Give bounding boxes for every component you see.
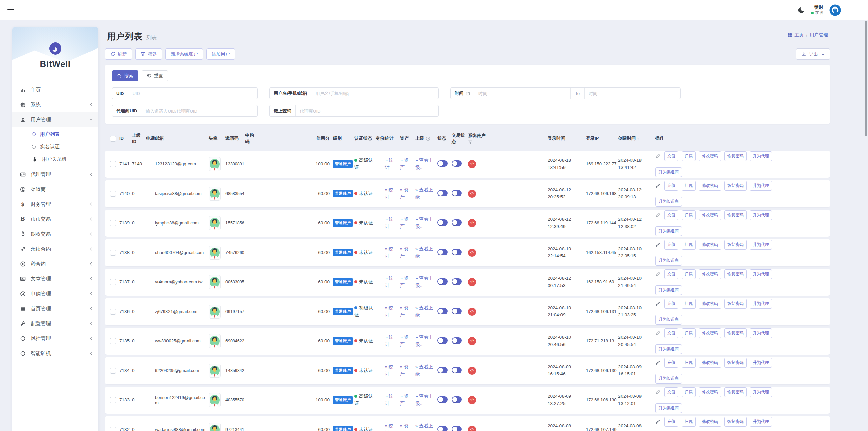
stats-link[interactable]: » 统计 — [385, 275, 396, 289]
avatar[interactable] — [209, 423, 221, 431]
restore-password-button[interactable]: 恢复密码 — [724, 299, 747, 309]
assets-link[interactable]: » 资产 — [400, 364, 412, 377]
sidebar-item-option-trade[interactable]: 期权交易 — [12, 227, 98, 241]
row-checkbox[interactable] — [110, 161, 116, 167]
edit-pencil-icon[interactable] — [655, 301, 660, 306]
status-toggle[interactable] — [437, 426, 448, 431]
view-parent-link[interactable]: » 查看上级... — [415, 246, 436, 259]
add-user-button[interactable]: 添加用户 — [206, 48, 235, 60]
edit-pencil-icon[interactable] — [655, 272, 660, 277]
sidebar-item-article-management[interactable]: 文章管理 — [12, 271, 98, 286]
avatar[interactable] — [209, 334, 221, 348]
stats-link[interactable]: » 统计 — [385, 393, 396, 407]
recharge-button[interactable]: 充值 — [664, 387, 678, 397]
avatar[interactable] — [209, 216, 221, 230]
promote-channel-button[interactable]: 升为渠道商 — [655, 256, 682, 266]
change-password-button[interactable]: 修改密码 — [699, 417, 721, 427]
sidebar-item-config-management[interactable]: 配置管理 — [12, 316, 98, 331]
avatar[interactable] — [209, 393, 221, 407]
promote-agent-button[interactable]: 升为代理 — [750, 210, 772, 220]
change-password-button[interactable]: 修改密码 — [699, 358, 721, 368]
promote-agent-button[interactable]: 升为代理 — [750, 181, 772, 191]
sidebar-item-smart-miner[interactable]: 智能矿机 — [12, 346, 98, 361]
time-to-input[interactable] — [585, 91, 680, 96]
stats-link[interactable]: » 统计 — [385, 157, 396, 171]
restore-password-button[interactable]: 恢复密码 — [724, 417, 747, 427]
system-account-badge[interactable]: 否 — [468, 160, 476, 168]
attribution-button[interactable]: 归属 — [682, 181, 696, 191]
stats-link[interactable]: » 统计 — [385, 216, 396, 230]
promote-agent-button[interactable]: 升为代理 — [750, 151, 772, 161]
view-parent-link[interactable]: » 查看上级... — [415, 216, 436, 230]
sidebar-item-finance-management[interactable]: $财务管理 — [12, 197, 98, 212]
edit-pencil-icon[interactable] — [655, 360, 660, 365]
trade-status-toggle[interactable] — [452, 249, 462, 255]
column-filter-funnel-icon[interactable] — [468, 140, 472, 144]
sidebar-item-homepage-management[interactable]: 首页管理 — [12, 301, 98, 316]
dark-mode-moon-icon[interactable] — [797, 6, 805, 14]
attribution-button[interactable]: 归属 — [682, 417, 696, 427]
stats-link[interactable]: » 统计 — [385, 423, 396, 431]
recharge-button[interactable]: 充值 — [664, 328, 678, 338]
status-toggle[interactable] — [437, 337, 448, 344]
row-checkbox[interactable] — [110, 397, 116, 403]
trade-status-toggle[interactable] — [452, 190, 462, 196]
assets-link[interactable]: » 资产 — [400, 423, 412, 431]
row-checkbox[interactable] — [110, 338, 116, 344]
assets-link[interactable]: » 资产 — [400, 305, 412, 318]
recharge-button[interactable]: 充值 — [664, 151, 678, 161]
promote-agent-button[interactable]: 升为代理 — [750, 299, 772, 309]
vertical-scrollbar-thumb[interactable] — [865, 21, 867, 136]
edit-pencil-icon[interactable] — [655, 419, 660, 424]
change-password-button[interactable]: 修改密码 — [699, 210, 721, 220]
change-password-button[interactable]: 修改密码 — [699, 299, 721, 309]
avatar[interactable] — [209, 157, 221, 171]
trade-status-toggle[interactable] — [452, 337, 462, 344]
uid-input[interactable] — [128, 91, 257, 96]
trade-status-toggle[interactable] — [452, 367, 462, 373]
stats-link[interactable]: » 统计 — [385, 246, 396, 259]
attribution-button[interactable]: 归属 — [682, 328, 696, 338]
edit-pencil-icon[interactable] — [655, 242, 660, 247]
export-button[interactable]: 导出 — [796, 48, 830, 60]
sidebar-item-user-tree[interactable]: 用户关系树 — [12, 153, 98, 165]
sidebar-item-spot-trade[interactable]: B币币交易 — [12, 212, 98, 227]
system-account-badge[interactable]: 否 — [468, 426, 476, 431]
add-system-account-button[interactable]: 新增系统账户 — [165, 48, 203, 60]
breadcrumb-home[interactable]: 主页 — [794, 32, 804, 38]
view-parent-link[interactable]: » 查看上级... — [415, 423, 436, 431]
view-parent-link[interactable]: » 查看上级... — [415, 275, 436, 289]
edit-pencil-icon[interactable] — [655, 331, 660, 336]
promote-channel-button[interactable]: 升为渠道商 — [655, 167, 682, 177]
recharge-button[interactable]: 充值 — [664, 181, 678, 191]
sidebar-item-agent-management[interactable]: 代理管理 — [12, 167, 98, 182]
restore-password-button[interactable]: 恢复密码 — [724, 328, 747, 338]
promote-channel-button[interactable]: 升为渠道商 — [655, 374, 682, 384]
attribution-button[interactable]: 归属 — [682, 269, 696, 279]
filter-button[interactable]: 筛选 — [135, 48, 162, 60]
row-checkbox[interactable] — [110, 309, 116, 315]
stats-link[interactable]: » 统计 — [385, 187, 396, 200]
promote-agent-button[interactable]: 升为代理 — [750, 387, 772, 397]
status-toggle[interactable] — [437, 308, 448, 314]
change-password-button[interactable]: 修改密码 — [699, 328, 721, 338]
attribution-button[interactable]: 归属 — [682, 151, 696, 161]
restore-password-button[interactable]: 恢复密码 — [724, 240, 747, 250]
restore-password-button[interactable]: 恢复密码 — [724, 181, 747, 191]
system-account-badge[interactable]: 否 — [468, 278, 476, 286]
account-input[interactable] — [311, 91, 438, 96]
edit-pencil-icon[interactable] — [655, 390, 660, 395]
avatar[interactable] — [209, 187, 221, 201]
change-password-button[interactable]: 修改密码 — [699, 151, 721, 161]
recharge-button[interactable]: 充值 — [664, 417, 678, 427]
system-account-badge[interactable]: 否 — [468, 396, 476, 404]
status-toggle[interactable] — [437, 249, 448, 255]
row-checkbox[interactable] — [110, 368, 116, 374]
stats-link[interactable]: » 统计 — [385, 334, 396, 348]
avatar[interactable] — [209, 364, 221, 378]
attribution-button[interactable]: 归属 — [682, 210, 696, 220]
row-checkbox[interactable] — [110, 220, 116, 226]
restore-password-button[interactable]: 恢复密码 — [724, 151, 747, 161]
assets-link[interactable]: » 资产 — [400, 246, 412, 259]
promote-agent-button[interactable]: 升为代理 — [750, 240, 772, 250]
